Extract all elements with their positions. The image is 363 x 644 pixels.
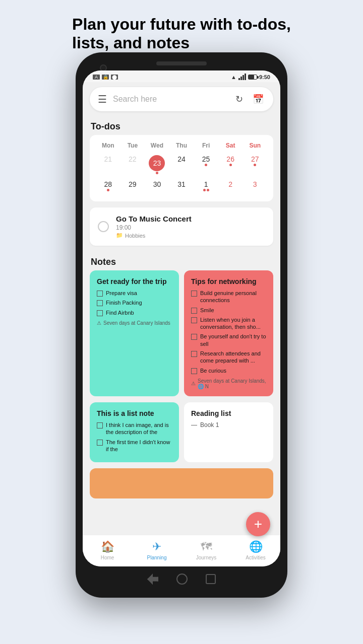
todo-item[interactable]: Go To Music Concert 19:00 📁 Hobbies [90, 207, 273, 246]
reading-item1-text: Book 1 [200, 421, 219, 428]
cal-tue: Tue [120, 141, 145, 150]
recents-button[interactable] [206, 574, 216, 584]
note-trip-item2: Finish Packing [97, 299, 172, 306]
headline-line1: Plan your future with to-dos, [72, 15, 291, 33]
note-trip-item3-text: Find Airbnb [106, 309, 134, 316]
calendar-icon[interactable]: 📅 [251, 92, 265, 106]
notes-grid-row2: This is a list note I think I can image,… [90, 402, 273, 462]
cal-day-27[interactable]: 27 [243, 153, 267, 176]
phone-screen: DEBUG A 🔒 ⬤ ▲ 9:50 [83, 70, 280, 566]
note-list-item2: The first time I didn't know if the [97, 439, 172, 453]
note-checkbox-3[interactable] [97, 310, 103, 316]
note-checkbox-n6[interactable] [191, 368, 197, 374]
cal-fri: Fri [194, 141, 218, 150]
todo-category-label: Hobbies [125, 233, 145, 239]
screen-content: ☰ Search here ↻ 📅 To-dos Mon Tue Wed Thu… [83, 82, 280, 535]
note-checkbox-2[interactable] [97, 300, 103, 306]
cal-sat: Sat [218, 141, 243, 150]
reading-item1: — Book 1 [191, 421, 266, 428]
fab-add-button[interactable]: + [246, 512, 270, 536]
notes-section-title: Notes [83, 252, 280, 270]
nav-home-label: Home [101, 555, 114, 560]
note-net-item4-text: Be yourself and don't try to sell [200, 333, 266, 347]
note-card-trip[interactable]: Get ready for the trip Prepare visa Fini… [90, 270, 179, 396]
signal-bar-3 [243, 75, 244, 80]
cal-dot-23 [156, 172, 158, 174]
warning-icon-2: ⚠ [191, 381, 196, 386]
todo-category: 📁 Hobbies [116, 232, 192, 239]
nav-journeys[interactable]: 🗺 Journeys [191, 540, 221, 560]
calendar-header: Mon Tue Wed Thu Fri Sat Sun [96, 141, 267, 150]
search-input[interactable]: Search here [113, 95, 232, 104]
nav-planning[interactable]: ✈ Planning [142, 540, 172, 560]
note-checkbox-n4[interactable] [191, 334, 197, 340]
wifi-icon: ▲ [231, 74, 236, 80]
nav-activities-label: Activities [246, 555, 265, 560]
calendar-week2: 28 29 30 31 1 2 3 [96, 178, 267, 193]
signal-bars [238, 74, 246, 80]
note-trip-item3: Find Airbnb [97, 309, 172, 316]
cal-day-28[interactable]: 28 [96, 178, 120, 193]
note-list-item2-text: The first time I didn't know if the [106, 439, 172, 453]
cal-day-23[interactable]: 23 [145, 153, 169, 176]
note-trip-footer: ⚠ Seven days at Canary Islands [97, 320, 172, 326]
cal-dot-27 [254, 164, 256, 166]
note-trip-title: Get ready for the trip [97, 277, 172, 285]
note-trip-item1-text: Prepare visa [106, 290, 137, 297]
cal-day-30[interactable]: 30 [145, 178, 169, 193]
cal-dot-26 [229, 164, 232, 166]
note-list-item1-text: I think I can image, and is the descript… [106, 421, 172, 436]
headline-line2: lists, and notes [72, 34, 190, 52]
phone-top-bar [83, 61, 280, 65]
nav-home[interactable]: 🏠 Home [92, 540, 123, 560]
note-checkbox-n1[interactable] [191, 291, 197, 297]
back-button[interactable] [147, 574, 158, 585]
hamburger-icon[interactable]: ☰ [98, 93, 107, 105]
note-net-item3-text: Listen when you join a conversation, the… [200, 316, 266, 331]
todo-title: Go To Music Concert [116, 214, 192, 223]
refresh-icon[interactable]: ↻ [232, 92, 246, 106]
note-checkbox-l2[interactable] [97, 440, 103, 446]
note-net-item5-text: Research attendees and come prepared wit… [200, 350, 266, 365]
todo-checkbox[interactable] [98, 221, 109, 232]
note-checkbox-n2[interactable] [191, 308, 197, 314]
note-checkbox-n3[interactable] [191, 317, 197, 323]
cal-day-1[interactable]: 1 [194, 178, 218, 193]
note-net-item1: Build genuine personal connections [191, 290, 266, 304]
nav-activities[interactable]: 🌐 Activities [240, 540, 271, 560]
cal-day-3[interactable]: 3 [243, 178, 267, 193]
cal-dot-28 [107, 189, 109, 191]
status-time: 9:50 [259, 74, 270, 80]
dash-icon: — [191, 421, 197, 428]
cal-day-22[interactable]: 22 [120, 153, 145, 176]
home-button[interactable] [176, 574, 188, 585]
cal-day-26[interactable]: 26 [218, 153, 243, 176]
phone-speaker [156, 61, 207, 65]
nav-planning-label: Planning [147, 555, 167, 560]
cal-day-21[interactable]: 21 [96, 153, 120, 176]
calendar-section: Mon Tue Wed Thu Fri Sat Sun 21 22 23 [90, 135, 273, 201]
folder-icon: 📁 [116, 232, 123, 239]
note-checkbox-1[interactable] [97, 291, 103, 297]
cal-day-31[interactable]: 31 [169, 178, 194, 193]
cal-day-29[interactable]: 29 [120, 178, 145, 193]
phone-nav-buttons [83, 566, 280, 589]
note-checkbox-n5[interactable] [191, 351, 197, 357]
lock-icon: 🔒 [102, 75, 109, 80]
note-checkbox-l1[interactable] [97, 422, 103, 428]
cal-day-25[interactable]: 25 [194, 153, 218, 176]
search-bar[interactable]: ☰ Search here ↻ 📅 [90, 87, 273, 111]
search-action-icons: ↻ 📅 [232, 92, 265, 106]
note-net-item1-text: Build genuine personal connections [200, 290, 266, 304]
reading-list-card[interactable]: Reading list — Book 1 [184, 402, 273, 462]
todo-time: 19:00 [116, 224, 192, 231]
todo-details: Go To Music Concert 19:00 📁 Hobbies [116, 214, 192, 239]
cal-day-24[interactable]: 24 [169, 153, 194, 176]
note-card-networking[interactable]: Tips for networking Build genuine person… [184, 270, 273, 396]
battery-fill [249, 75, 254, 79]
note-net-item6: Be curious [191, 367, 266, 374]
circle-icon: ⬤ [111, 75, 118, 80]
note-card-list[interactable]: This is a list note I think I can image,… [90, 402, 179, 462]
cal-day-2[interactable]: 2 [218, 178, 243, 193]
nav-journeys-label: Journeys [196, 555, 217, 560]
